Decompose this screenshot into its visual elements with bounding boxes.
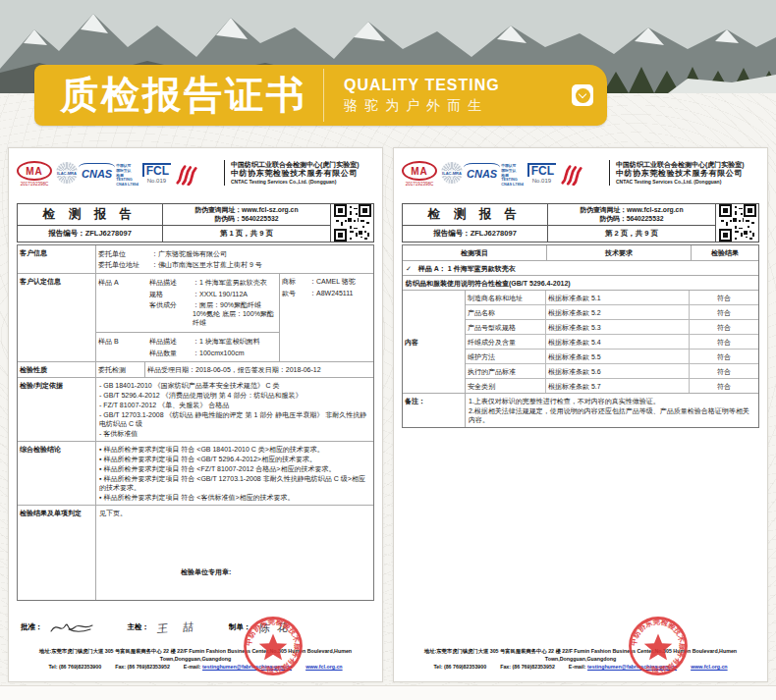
section-header-row: 纺织品和服装使用说明符合性检查(GB/T 5296.4-2012) [403,276,758,291]
antifake-block: 防伪查询网址：www.fcl-sz.org.cn 防伪码：5640225532 [548,204,715,226]
basis-item: - FZ/T 81007-2012 《单、夹服装》 合格品 [99,401,370,409]
lab-name-en: CNTAC Testing Services Co.,Ltd. (Donggua… [231,179,374,186]
conclusion-item: ▪ 样品所检并要求判定项目 符合 <客供标准值>相应的技术要求。 [99,493,370,502]
result-row: 检验结果及单项判定 见下页。 检验单位专用章: [18,506,373,600]
cma-logo-icon: MA 2017192398C [402,161,437,187]
approver-signature [49,619,94,636]
kv-row: 样品描述：1 块海军蓝梭织面料 [149,337,275,346]
kv-row: 商标：CAMEL 骆驼 [282,277,371,286]
scroll-down-button[interactable] [572,84,593,106]
qr-code [330,204,373,242]
conclusion-item: ▪ 样品所检并要求判定项目 符合 <GB/T 12703.1-2008 非耐久性… [99,474,370,492]
banner-subtitle-en: QUALITY TESTING [344,77,500,94]
qr-code [715,204,758,242]
report-title: 检 测 报 告 [403,204,548,226]
basis-item: - GB/T 5296.4-2012 《消费品使用说明 第 4 部分：纺织品和服… [99,391,370,400]
kv-row: 样品描述：1 件海军蓝男款软壳衣 [149,278,275,287]
banner-subtitle-block: QUALITY TESTING 骆驼为户外而生 [344,77,500,115]
fcl-logo-icon: FCL No.019 [142,163,171,184]
accreditation-text: 中国认可国际互认检测TESTINGCNAS L7894 [501,164,524,188]
note-line: 1.上表仅对标识的完整性进行检查，不对内容的真实性做验证。 [469,397,755,405]
note-line: 2.根据相关法律法规规定，使用说明的内容还应包括产品等级、产品质量检验合格证明等… [469,406,755,424]
lab-site-link[interactable]: www.fcl.org.cn [691,663,727,671]
lab-fax: Fax: (86 769)82353952 [115,663,170,671]
bottom-divider [0,685,776,700]
lab-name-cn2: 中纺协东莞检验技术服务有限公司 [616,169,759,179]
conclusion-item: ▪ 样品所检并要求判定项目 符合 <GB 18401-2010 C 类>相应的技… [99,445,370,454]
cnas-logo-icon: CNAS [467,168,497,180]
conclusion-item: ▪ 样品所检并要求判定项目 符合 <GB/T 5296.4-2012>相应的技术… [99,455,370,463]
banner-divider [323,69,324,122]
table-row: 纤维成分及含量 根据标准条款 5.4 符合 [466,335,758,350]
lab-site-link[interactable]: www.fcl.org.cn [305,663,342,671]
notes-row: 备注： 1.上表仅对标识的完整性进行检查，不对内容的真实性做验证。2.根据相关法… [403,394,758,427]
kv-row: 样品数量：100cmx100cm [149,349,275,357]
result-value: 见下页。 [99,510,127,516]
lab-name-cn2: 中纺协东莞检验技术服务有限公司 [231,169,374,179]
report-number: 报告编号：ZFLJ6278097 [18,226,163,242]
report-pages: MA 2017192398C ILAC-MRA CNAS 中国认可国际互认检测T… [8,147,768,682]
sample-identification-row: 客户认定信息 样品 A 样品描述：1 件海军蓝男款软壳衣规格：XXXL 190/… [18,274,373,363]
content-group-label: 内容 [403,291,466,393]
lab-tel: Tel: (86 769)82353900 [48,663,101,671]
chevron-down-icon [576,88,590,103]
lab-header: MA 2017192398C ILAC-MRA CNAS 中国认可国际互认检测T… [17,156,374,201]
basis-item: - 客供标准值 [99,429,370,438]
antifake-url: 防伪查询网址：www.fcl-sz.org.cn [580,206,683,215]
basis-item: - GB 18401-2010 《国家纺织产品基本安全技术规范》 C 类 [99,381,370,390]
page-indicator: 第 2 页，共 9 页 [548,226,715,242]
conclusion-row: 综合检验结论 ▪ 样品所检并要求判定项目 符合 <GB 18401-2010 C… [18,442,373,506]
client-info-row: 客户信息 委托单位：广东骆驼服饰有限公司委托单位地址：佛山市南海区里水甘蕉上街村… [18,245,373,274]
antifake-block: 防伪查询网址：www.fcl-sz.org.cn 防伪码：5640225532 [163,204,330,226]
lab-tel: Tel: (86 769)82353900 [433,663,486,671]
chief-inspector-signature: 王 喆 [156,619,199,635]
lab-header: MA 2017192398C ILAC-MRA CNAS 中国认可国际互认检测T… [402,156,759,201]
brand-block: 商标：CAMEL 骆驼款号：A8W245111 [279,274,373,362]
kv-row: 规格：XXXL 190/112A [149,290,275,298]
lab-email-label: E-mail: [184,664,201,670]
kv-row: 委托单位：广东骆驼服饰有限公司 [98,249,371,258]
sample-header-row: ✓ 样品 A： 1 件海军蓝男款软壳衣 [403,261,758,276]
ilac-mra-logo-icon: ILAC-MRA [56,162,78,184]
antifake-url: 防伪查询网址：www.fcl-sz.org.cn [194,206,298,215]
fcl-logo-icon: FCL No.019 [527,163,556,184]
results-table: 检测项目 技术要求 检验结果 ✓ 样品 A： 1 件海军蓝男款软壳衣 纺织品和服… [402,244,759,428]
report-main-table: 客户信息 委托单位：广东骆驼服饰有限公司委托单位地址：佛山市南海区里水甘蕉上街村… [17,244,374,601]
cma-logo-icon: MA 2017192398C [17,161,52,187]
basis-row: 检验/判定依据 - GB 18401-2010 《国家纺织产品基本安全技术规范》… [18,378,373,442]
company-seal-stamp: 中纺协东莞检验技术服务有限公司 检验专用章 [243,616,304,676]
lab-email-label: E-mail: [569,664,586,670]
lab-fax: Fax: (86 769)82353952 [500,663,555,671]
table-row: 产品名称 根据标准条款 5.2 符合 [466,305,758,320]
lab-name-block: 中国纺织工业联合会检测中心(虎门实验室) 中纺协东莞检验技术服务有限公司 CNT… [609,160,759,186]
flame-logo-icon [560,162,583,186]
lab-name-en: CNTAC Testing Services Co.,Ltd. (Donggua… [616,179,759,186]
report-number: 报告编号：ZFLJ6278097 [403,226,548,242]
kv-row: 款号：A8W245111 [282,289,371,297]
lab-footer: 地址:东莞市虎门镇虎门大道 305 号富民服装商务中心 22 楼 22/F Fu… [400,647,761,671]
lab-footer: 地址:东莞市虎门镇虎门大道 305 号富民服装商务中心 22 楼 22/F Fu… [15,647,376,671]
report-title-table: 检 测 报 告 防伪查询网址：www.fcl-sz.org.cn 防伪码：564… [402,203,759,242]
inspection-nature-row: 检验性质 委托检测 样品受理日期：2018-06-05，报告签发日期：2018-… [18,362,373,378]
company-seal-stamp: 中纺协东莞检验技术服务有限公司 检验专用章 [628,616,689,676]
svg-text:检验专用章: 检验专用章 [646,665,671,672]
flame-logo-icon [175,162,198,186]
results-table-header: 检测项目 技术要求 检验结果 [403,245,758,261]
ilac-mra-logo-icon: ILAC-MRA [441,162,463,184]
lab-address: 地址:东莞市虎门镇虎门大道 305 号富民服装商务中心 22 楼 22/F Fu… [15,647,376,663]
kv-row: 委托单位地址：佛山市南海区里水甘蕉上街村 9 号 [98,260,371,269]
report-card-page1: MA 2017192398C ILAC-MRA CNAS 中国认可国际互认检测T… [8,147,383,682]
table-row: 维护方法 根据标准条款 5.5 符合 [466,350,758,364]
kv-row: 客供成分：面层：90%聚酯纤维 10%氨纶 底层：100%聚酯纤维 [149,300,275,327]
lab-name-cn1: 中国纺织工业联合会检测中心(虎门实验室) [616,160,759,169]
page-indicator: 第 1 页，共 9 页 [163,226,330,242]
accreditation-text: 中国认可国际互认检测TESTINGCNAS L7894 [116,164,139,188]
content-rows-group: 内容 制造商名称和地址 根据标准条款 5.1 符合 产品名称 根据标准条款 5.… [403,291,758,394]
banner-title: 质检报告证书 [34,69,307,122]
banner-subtitle-cn: 骆驼为户外而生 [344,97,500,115]
lab-name-block: 中国纺织工业联合会检测中心(虎门实验室) 中纺协东莞检验技术服务有限公司 CNT… [224,160,374,186]
basis-item: - GB/T 12703.1-2008 《纺织品 静电性能的评定 第 1 部分 … [99,410,370,428]
lab-address: 地址:东莞市虎门镇虎门大道 305 号富民服装商务中心 22 楼 22/F Fu… [400,647,761,663]
report-card-page2: MA 2017192398C ILAC-MRA CNAS 中国认可国际互认检测T… [393,147,768,682]
report-title: 检 测 报 告 [18,204,163,226]
